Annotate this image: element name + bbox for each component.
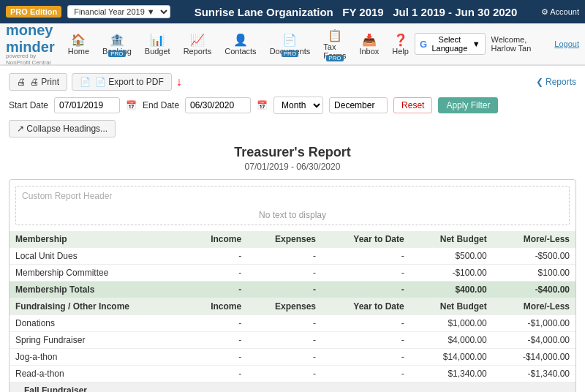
reset-button[interactable]: Reset [393, 97, 432, 113]
inbox-icon: 📥 [362, 33, 377, 47]
banking-pro-badge: PRO [108, 50, 125, 57]
nav-items: 🏠 Home 🏦 Banking PRO 📊 Budget 📈 Reports … [62, 26, 415, 63]
nav-item-banking[interactable]: 🏦 Banking PRO [97, 30, 137, 59]
no-text-message: No text to display [22, 210, 563, 220]
row-ytd: - [322, 265, 410, 282]
reports-icon: 📈 [190, 33, 205, 47]
row-expenses: - [247, 248, 322, 265]
row-name: Donations [10, 315, 187, 332]
row-expenses: - [247, 349, 322, 366]
apply-filter-button[interactable]: Apply Filter [438, 97, 498, 113]
totals-expenses: - [247, 282, 322, 298]
nav-item-inbox[interactable]: 📥 Inbox [353, 30, 385, 59]
ytd-col-header2: Year to Date [322, 298, 410, 315]
end-date-calendar-icon[interactable]: 📅 [257, 100, 268, 110]
top-bar: PRO Edition Financial Year 2019 ▼ Sunris… [0, 0, 585, 23]
row-ytd: - [322, 349, 410, 366]
export-label: 📄 Export to PDF [95, 77, 164, 87]
nav-item-contacts[interactable]: 👤 Contacts [219, 30, 262, 59]
row-more-less: -$500.00 [493, 248, 575, 265]
row-income: - [187, 248, 247, 265]
top-bar-left: PRO Edition Financial Year 2019 ▼ [6, 5, 170, 18]
income-col-header2: Income [187, 298, 247, 315]
nav-item-help[interactable]: ❓ Help [386, 30, 415, 59]
select-language-label: Select Language [430, 35, 469, 53]
nav-label-contacts: Contacts [224, 47, 256, 56]
table-row: Donations - - - $1,000.00 -$1,000.00 [10, 315, 575, 332]
row-name: Local Unit Dues [10, 248, 187, 265]
row-net-budget: $1,000.00 [410, 315, 493, 332]
row-income: - [187, 265, 247, 282]
table-row: Read-a-thon - - - $1,340.00 -$1,340.00 [10, 366, 575, 382]
nav-label-home: Home [68, 47, 89, 56]
end-date-input[interactable] [185, 97, 251, 113]
table-row: Membership Committee - - - -$100.00 $100… [10, 265, 575, 282]
taxforms-icon: 📋 [328, 29, 342, 42]
report-title-area: Treasurer's Report 07/01/2019 - 06/30/20… [9, 145, 576, 172]
nav-label-reports: Reports [184, 47, 212, 56]
print-button[interactable]: 🖨 🖨 Print [9, 73, 67, 91]
row-more-less: -$1,000.00 [493, 315, 575, 332]
export-pdf-button[interactable]: 📄 📄 Export to PDF [72, 73, 172, 91]
row-name: Spring Fundraiser [10, 332, 187, 349]
budget-icon: 📊 [150, 33, 165, 47]
nav-label-inbox: Inbox [359, 47, 379, 56]
nav-item-documents[interactable]: 📄 Documents PRO [264, 30, 317, 59]
totals-label: Membership Totals [10, 282, 187, 298]
row-expenses: - [247, 366, 322, 382]
documents-pro-badge: PRO [282, 50, 298, 57]
help-icon: ❓ [393, 33, 408, 47]
row-more-less: -$1,340.00 [493, 366, 575, 382]
table-row: Local Unit Dues - - - $500.00 -$500.00 [10, 248, 575, 265]
nav-item-reports[interactable]: 📈 Reports [178, 30, 218, 59]
nav-item-taxforms[interactable]: 📋 Tax Forms PRO [317, 26, 352, 63]
ytd-col-header: Year to Date [322, 231, 410, 248]
top-bar-right: ⚙ Account [541, 7, 579, 17]
row-income: - [187, 349, 247, 366]
account-link[interactable]: ⚙ Account [541, 7, 579, 17]
nav-item-budget[interactable]: 📊 Budget [139, 30, 176, 59]
totals-more-less: -$400.00 [493, 282, 575, 298]
fall-fundraiser-subsection-header: Fall Fundraiser [10, 382, 575, 393]
fy-dropdown[interactable]: Financial Year 2019 ▼ [67, 5, 170, 18]
logo: money minder powered by NonProfit Centra… [6, 22, 55, 66]
welcome-text: Welcome, Harlow Tan [491, 35, 549, 53]
print-label: 🖨 Print [30, 77, 59, 87]
report-title: Treasurer's Report [9, 145, 576, 160]
start-date-calendar-icon[interactable]: 📅 [126, 100, 137, 110]
taxforms-pro-badge: PRO [326, 55, 343, 61]
end-date-label: End Date [143, 100, 179, 110]
row-ytd: - [322, 332, 410, 349]
chevron-left-icon: ❮ [536, 77, 543, 87]
row-net-budget: $4,000.00 [410, 332, 493, 349]
totals-net-budget: $400.00 [410, 282, 493, 298]
row-ytd: - [322, 366, 410, 382]
row-net-budget: $14,000.00 [410, 349, 493, 366]
membership-totals-row: Membership Totals - - - $400.00 -$400.00 [10, 282, 575, 298]
row-name: Jog-a-thon [10, 349, 187, 366]
report-table: Membership Income Expenses Year to Date … [10, 231, 575, 392]
more-less-col-header: More/-Less [493, 231, 575, 248]
row-expenses: - [247, 332, 322, 349]
fundraising-section-header: Fundraising / Other Income Income Expens… [10, 298, 575, 315]
home-icon: 🏠 [71, 33, 86, 47]
row-ytd: - [322, 248, 410, 265]
nav-label-budget: Budget [145, 47, 170, 56]
row-income: - [187, 366, 247, 382]
select-language-button[interactable]: G Select Language ▼ [415, 33, 486, 55]
row-ytd: - [322, 315, 410, 332]
month-value-input[interactable] [329, 97, 388, 113]
month-select[interactable]: Month [273, 97, 323, 114]
pro-edition-badge: PRO Edition [6, 6, 61, 18]
start-date-input[interactable] [54, 97, 120, 113]
content-area: 🖨 🖨 Print 📄 📄 Export to PDF ↓ ❮ Reports … [0, 66, 585, 392]
start-date-label: Start Date [9, 100, 48, 110]
collapse-headings-button[interactable]: ↗ Collapse Headings... [9, 120, 116, 137]
logout-link[interactable]: Logout [554, 39, 579, 48]
expenses-col-header: Expenses [247, 231, 322, 248]
expenses-col-header2: Expenses [247, 298, 322, 315]
nav-item-home[interactable]: 🏠 Home [62, 30, 95, 59]
row-more-less: $100.00 [493, 265, 575, 282]
reports-back-link[interactable]: ❮ Reports [536, 77, 576, 87]
table-row: Spring Fundraiser - - - $4,000.00 -$4,00… [10, 332, 575, 349]
